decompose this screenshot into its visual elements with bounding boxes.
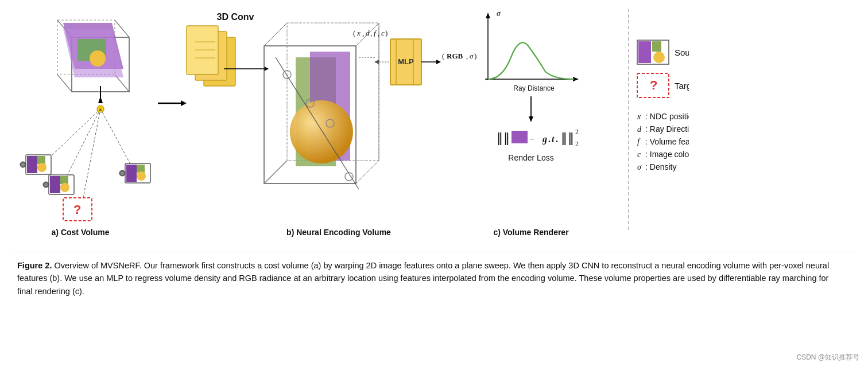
svg-line-3: [115, 20, 129, 37]
svg-marker-40: [181, 100, 187, 106]
svg-point-60: [290, 100, 353, 163]
svg-marker-49: [264, 67, 269, 71]
caption-bold: Figure 2.: [17, 261, 52, 270]
svg-text:‖: ‖: [503, 131, 510, 145]
svg-marker-51: [264, 46, 356, 184]
svg-text:): ): [474, 52, 476, 60]
svg-marker-7: [63, 29, 123, 77]
svg-marker-57: [287, 23, 379, 161]
svg-marker-94: [573, 77, 579, 81]
svg-marker-6: [63, 23, 123, 69]
svg-text:(: (: [442, 52, 444, 60]
svg-rect-30: [125, 163, 150, 183]
svg-marker-92: [486, 13, 490, 18]
svg-rect-43: [195, 32, 227, 80]
svg-text:−: −: [529, 134, 534, 144]
svg-rect-118: [637, 73, 669, 97]
svg-text:f: f: [637, 138, 641, 146]
svg-rect-44: [187, 26, 218, 75]
svg-line-53: [356, 23, 379, 46]
svg-text:MLP: MLP: [398, 57, 414, 66]
svg-text:b) Neural Encoding Volume: b) Neural Encoding Volume: [286, 228, 391, 237]
svg-text:Ray Distance: Ray Distance: [513, 84, 555, 92]
svg-text:g: g: [542, 134, 547, 145]
svg-rect-36: [63, 198, 92, 221]
svg-text:d: d: [637, 125, 642, 134]
svg-text:3D Conv: 3D Conv: [217, 12, 254, 22]
svg-point-28: [43, 182, 49, 188]
svg-text:: Volume feature: : Volume feature: [645, 137, 689, 146]
svg-text:a) Cost Volume: a) Cost Volume: [52, 228, 110, 237]
svg-line-56: [264, 161, 287, 184]
svg-text:RGB: RGB: [447, 52, 463, 60]
svg-rect-76: [390, 39, 421, 85]
svg-point-64: [345, 173, 353, 181]
watermark: CSDN @知识推荐号: [796, 353, 859, 362]
svg-rect-19: [27, 156, 37, 173]
svg-marker-88: [374, 60, 379, 64]
svg-text:‖: ‖: [568, 131, 574, 145]
svg-text:x: x: [356, 29, 361, 37]
svg-text:x: x: [637, 112, 641, 121]
main-container: ? a) Cost Volume 3D Conv: [0, 0, 868, 367]
svg-text:: NDC position: : NDC position: [645, 112, 689, 121]
svg-text:c: c: [381, 29, 385, 37]
svg-rect-114: [638, 41, 651, 63]
svg-point-29: [44, 183, 48, 186]
svg-text:t: t: [552, 134, 555, 144]
svg-text:?: ?: [650, 78, 657, 92]
svg-point-62: [306, 99, 314, 107]
svg-text:σ: σ: [497, 9, 501, 18]
svg-marker-59: [310, 52, 350, 161]
svg-line-5: [57, 75, 72, 92]
svg-text:‖: ‖: [497, 131, 503, 145]
svg-point-9: [90, 50, 106, 67]
svg-text:f: f: [374, 29, 377, 37]
svg-text:2: 2: [575, 140, 579, 148]
svg-text:c) Volume Renderer: c) Volume Renderer: [493, 228, 569, 237]
svg-text:Render Loss: Render Loss: [508, 153, 553, 162]
svg-line-52: [264, 23, 287, 46]
diagram-area: ? a) Cost Volume 3D Conv: [11, 6, 857, 252]
svg-rect-115: [652, 41, 661, 52]
svg-point-34: [119, 170, 125, 176]
svg-point-10: [97, 106, 104, 112]
svg-point-22: [20, 162, 26, 167]
svg-text:,: ,: [362, 29, 364, 37]
svg-marker-58: [296, 57, 336, 166]
svg-rect-31: [126, 165, 137, 182]
svg-line-12: [37, 109, 100, 169]
svg-line-14: [100, 109, 138, 178]
svg-line-2: [57, 20, 72, 37]
svg-text:,: ,: [466, 52, 468, 60]
svg-rect-20: [37, 156, 45, 164]
svg-text:,: ,: [370, 29, 372, 37]
svg-point-35: [121, 171, 124, 175]
svg-text:c: c: [637, 150, 641, 159]
svg-line-4: [115, 75, 129, 92]
svg-marker-81: [436, 60, 441, 64]
svg-rect-113: [637, 40, 669, 64]
svg-text:?: ?: [73, 202, 81, 217]
svg-rect-18: [26, 155, 51, 174]
caption-text: Overview of MVSNeRF. Our framework first…: [17, 261, 829, 296]
svg-text:: Image color: : Image color: [645, 150, 689, 159]
svg-text:: Ray Direction: : Ray Direction: [645, 124, 689, 134]
svg-marker-50: [287, 23, 379, 161]
svg-text:‖: ‖: [561, 131, 567, 145]
svg-rect-42: [204, 37, 235, 86]
full-diagram: ? a) Cost Volume 3D Conv: [11, 6, 689, 241]
svg-rect-8: [78, 39, 106, 61]
svg-marker-17: [98, 96, 103, 103]
svg-text:.: .: [548, 134, 551, 144]
caption-area: Figure 2. Overview of MVSNeRF. Our frame…: [11, 252, 844, 300]
svg-rect-26: [60, 176, 68, 184]
svg-point-33: [137, 171, 146, 181]
svg-text:d: d: [366, 29, 370, 37]
svg-text:.: .: [556, 134, 558, 144]
svg-line-65: [276, 57, 359, 189]
svg-text:(: (: [353, 29, 355, 37]
svg-line-15: [80, 109, 100, 212]
svg-text:2: 2: [575, 128, 579, 136]
svg-text:Target View: Target View: [675, 81, 689, 91]
